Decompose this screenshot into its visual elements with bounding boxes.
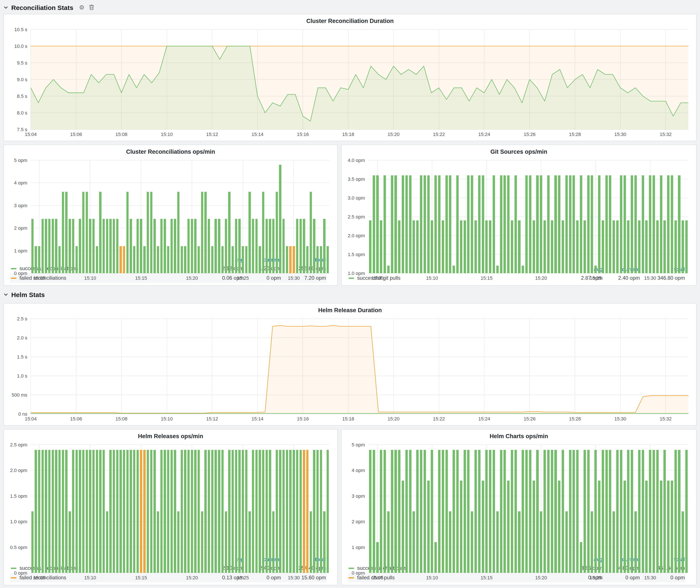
y-axis-tick-label: 1.0 opm bbox=[10, 519, 27, 524]
bar bbox=[584, 220, 586, 273]
panel-title[interactable]: Helm Charts ops/min bbox=[346, 432, 692, 441]
panel-title[interactable]: Cluster Reconciliation Duration bbox=[8, 16, 692, 26]
bar bbox=[627, 220, 629, 273]
bar bbox=[584, 450, 586, 573]
bar bbox=[674, 220, 677, 273]
bar bbox=[99, 450, 101, 573]
trash-icon[interactable] bbox=[89, 4, 94, 10]
bar bbox=[82, 192, 84, 273]
bar bbox=[536, 450, 539, 573]
bar bbox=[310, 192, 312, 273]
git-sources-chart[interactable]: 1.0 opm1.5 opm2.0 opm2.5 opm3.0 opm3.5 o… bbox=[346, 157, 692, 282]
bar bbox=[137, 219, 139, 273]
bar bbox=[685, 450, 688, 573]
bar bbox=[453, 266, 455, 273]
y-axis-tick-label: 0 opm bbox=[352, 570, 365, 576]
bar bbox=[164, 219, 166, 273]
bar bbox=[106, 219, 108, 273]
bar bbox=[52, 219, 54, 273]
bar bbox=[642, 450, 644, 573]
bar bbox=[413, 220, 415, 273]
bar bbox=[631, 450, 633, 573]
cluster-reconciliations-chart[interactable]: 0 opm1 opm2 opm3 opm4 opm5 opm15:0515:10… bbox=[8, 157, 333, 282]
panel-cluster-reconciliations-opm: Cluster Reconciliations ops/min 0 opm1 o… bbox=[3, 145, 338, 286]
bar bbox=[147, 450, 149, 573]
bar bbox=[76, 450, 78, 573]
x-axis-tick-label: 15:24 bbox=[478, 416, 490, 422]
bar bbox=[245, 450, 247, 573]
row-title[interactable]: Reconciliation Stats bbox=[11, 4, 73, 11]
helm-release-duration-chart[interactable]: 0 ns500 ms1.0 s1.5 s2.0 s2.5 s15:0415:06… bbox=[8, 315, 692, 423]
bar bbox=[126, 450, 129, 573]
x-axis-tick-label: 15:32 bbox=[660, 416, 672, 422]
y-axis-tick-label: 8.5 s bbox=[17, 94, 27, 99]
y-axis-tick-label: 0.5 opm bbox=[10, 545, 27, 550]
y-axis-tick-label: 4.0 opm bbox=[348, 158, 365, 163]
bar bbox=[493, 450, 495, 573]
bar bbox=[460, 481, 462, 573]
helm-releases-chart[interactable]: 0 opm0.5 opm1.0 opm1.5 opm2.0 opm2.5 opm… bbox=[8, 441, 333, 582]
bar bbox=[394, 175, 397, 273]
bar bbox=[445, 175, 448, 273]
panel-title[interactable]: Helm Releases ops/min bbox=[8, 432, 333, 441]
bar bbox=[187, 219, 190, 273]
x-axis-tick-label: 15:25 bbox=[237, 275, 249, 281]
bar bbox=[130, 450, 132, 573]
panel-title[interactable]: Cluster Reconciliations ops/min bbox=[8, 147, 333, 157]
x-axis-tick-label: 15:10 bbox=[161, 132, 173, 137]
chevron-down-icon[interactable] bbox=[3, 5, 8, 10]
bar bbox=[645, 481, 648, 573]
bar bbox=[369, 450, 371, 573]
bar bbox=[602, 220, 604, 273]
bar bbox=[255, 219, 258, 273]
bar bbox=[119, 246, 122, 273]
x-axis-tick-label: 15:25 bbox=[590, 575, 602, 580]
bar bbox=[38, 450, 40, 573]
bar bbox=[544, 220, 546, 273]
series-area bbox=[31, 326, 688, 414]
x-axis-tick-label: 15:25 bbox=[590, 275, 602, 281]
bar bbox=[201, 192, 203, 273]
panel-title[interactable]: Git Sources ops/min bbox=[346, 147, 692, 157]
bar bbox=[634, 511, 637, 573]
bar bbox=[164, 450, 166, 573]
dashboard: Reconciliation Stats ⚙ Cluster Reconcili… bbox=[0, 0, 700, 588]
helm-charts-chart[interactable]: 0 opm1 opm2 opm3 opm4 opm5 opm15:0515:10… bbox=[346, 441, 692, 582]
bar bbox=[442, 450, 444, 573]
row-header-helm-stats: Helm Stats bbox=[3, 286, 697, 303]
bar bbox=[272, 219, 274, 273]
bar bbox=[211, 450, 213, 573]
chevron-down-icon[interactable] bbox=[3, 292, 8, 297]
bar bbox=[634, 175, 637, 273]
bar bbox=[384, 175, 386, 273]
bar bbox=[369, 220, 371, 273]
bar bbox=[384, 450, 386, 573]
bar bbox=[286, 246, 288, 273]
bar bbox=[225, 511, 227, 573]
bar bbox=[147, 192, 149, 273]
bar bbox=[554, 450, 557, 573]
bar bbox=[42, 450, 44, 573]
bar bbox=[194, 450, 196, 573]
bar bbox=[140, 219, 142, 273]
x-axis-tick-label: 15:06 bbox=[70, 132, 82, 137]
bar bbox=[424, 175, 426, 273]
row-title[interactable]: Helm Stats bbox=[11, 291, 45, 298]
cluster-reconciliation-duration-chart[interactable]: 7.5 s8.0 s8.5 s9.0 s9.5 s10.0 s10.5 s15:… bbox=[8, 26, 692, 138]
y-axis-tick-label: 1 opm bbox=[352, 545, 365, 550]
bar bbox=[72, 450, 74, 573]
bar bbox=[511, 450, 513, 573]
gear-icon[interactable]: ⚙ bbox=[79, 4, 84, 10]
bar bbox=[58, 450, 61, 573]
y-axis-tick-label: 3 opm bbox=[352, 493, 365, 499]
bar bbox=[424, 450, 426, 573]
bar bbox=[656, 220, 659, 273]
y-axis-tick-label: 9.5 s bbox=[17, 60, 27, 66]
bar bbox=[427, 175, 430, 273]
bar bbox=[123, 450, 125, 573]
bar bbox=[255, 450, 258, 573]
bar bbox=[649, 175, 651, 273]
bar bbox=[171, 450, 173, 573]
panel-title[interactable]: Helm Release Duration bbox=[8, 306, 692, 315]
bar bbox=[489, 450, 491, 573]
